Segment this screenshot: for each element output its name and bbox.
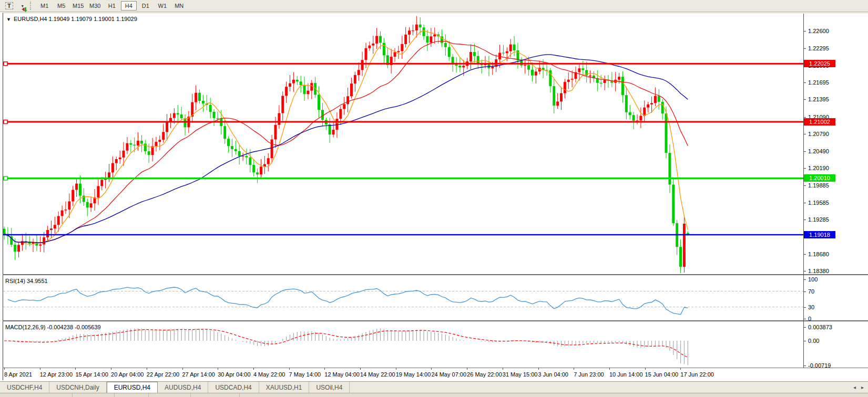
pane-divider-macd[interactable] — [3, 320, 868, 321]
arrow-objects-button[interactable]: ▾ — [17, 1, 27, 11]
price-tick — [803, 203, 806, 203]
timeframe-button-h1[interactable]: H1 — [104, 1, 120, 11]
rsi-tick — [803, 279, 806, 280]
macd-axis-label: 0.003873 — [808, 324, 832, 330]
price-axis-label: 1.18680 — [808, 251, 829, 257]
toolbar-grip — [30, 2, 33, 10]
time-axis-label: 20 Apr 04:00 — [111, 371, 144, 378]
price-tick — [803, 168, 806, 169]
price-axis-label: 1.22295 — [808, 45, 829, 51]
chart-tab-usoil-h4[interactable]: USOil,H4 — [309, 382, 350, 393]
chart-tab-usdcad-h4[interactable]: USDCAD,H4 — [208, 382, 259, 393]
price-tick — [803, 48, 806, 49]
time-axis-label: 3 Jun 04:00 — [538, 371, 569, 378]
tab-scroll-buttons: ◂ ▸ — [849, 382, 868, 393]
price-axis-label: 1.20490 — [808, 148, 829, 154]
text-tool-button[interactable]: T — [2, 1, 16, 11]
timeframe-button-m30[interactable]: M30 — [87, 1, 103, 11]
time-axis-label: 30 Apr 04:00 — [218, 371, 250, 378]
time-axis-label: 27 Apr 14:00 — [182, 371, 215, 378]
timeframe-button-m5[interactable]: M5 — [54, 1, 69, 11]
rsi-tick — [803, 307, 806, 308]
time-axis-label: 12 May 04:00 — [324, 371, 360, 378]
timeframe-button-m1[interactable]: M1 — [37, 1, 53, 11]
time-tick — [40, 368, 40, 370]
time-tick — [324, 368, 325, 370]
chart-title-text: EURUSD,H4 1.19049 1.19079 1.19001 1.1902… — [14, 16, 137, 22]
macd-tick — [803, 341, 806, 341]
timeframe-button-m15[interactable]: M15 — [70, 1, 86, 11]
time-axis-label: 19 May 14:00 — [396, 371, 431, 378]
price-tick — [803, 220, 806, 220]
rsi-axis-label: 0 — [808, 316, 811, 322]
price-tick — [803, 117, 806, 118]
time-tick — [503, 368, 503, 370]
time-tick — [396, 368, 396, 370]
status-bar — [0, 393, 868, 397]
timeframe-button-d1[interactable]: D1 — [138, 1, 154, 11]
chart-tab-usdchf-h4[interactable]: USDCHF,H4 — [0, 382, 49, 393]
status-bar-separator — [72, 393, 73, 397]
time-axis-label: 4 May 22:00 — [253, 371, 285, 378]
time-tick — [360, 368, 361, 370]
chart-menu-icon[interactable]: ▼ — [6, 17, 11, 22]
tab-scroll-left-icon[interactable]: ◂ — [853, 384, 856, 390]
price-axis-label: 1.20190 — [808, 165, 829, 171]
tab-scroll-right-icon[interactable]: ▸ — [861, 384, 864, 390]
macd-axis-label: -0.00719 — [808, 362, 831, 369]
time-tick — [574, 368, 574, 370]
chart-tab-usdcnh-daily[interactable]: USDCNH,Daily — [49, 382, 106, 393]
macd-indicator-canvas[interactable] — [3, 322, 803, 368]
support-price-label: 1.20010 — [804, 174, 835, 182]
price-chart-canvas[interactable] — [3, 14, 803, 274]
price-axis-label: 1.19585 — [808, 200, 829, 206]
price-axis-label: 1.21695 — [808, 79, 829, 86]
time-tick — [75, 368, 76, 370]
price-axis-label: 1.19885 — [808, 182, 829, 189]
timeframe-button-h4[interactable]: H4 — [121, 1, 137, 11]
chart-tab-xauusd-h1[interactable]: XAUUSD,H1 — [259, 382, 310, 393]
timeframe-button-w1[interactable]: W1 — [155, 1, 170, 11]
toolbar: T ▾ M1M5M15M30H1H4D1W1MN — [0, 0, 868, 12]
time-axis-label: 14 May 22:00 — [360, 371, 395, 378]
chart-tab-bar: USDCHF,H4USDCNH,DailyEURUSD,H4AUDUSD,H4U… — [0, 381, 868, 393]
macd-label: MACD(12,26,9) -0.004238 -0.005639 — [5, 324, 101, 330]
time-axis-label: 24 May 07:00 — [431, 371, 466, 378]
time-tick — [289, 368, 290, 370]
time-axis-label: 15 Jun 04:00 — [645, 371, 679, 378]
timeframe-button-mn[interactable]: MN — [171, 1, 187, 11]
chart-tab-audusd-h4[interactable]: AUDUSD,H4 — [158, 382, 208, 393]
text-tool-icon: T — [5, 2, 13, 9]
time-axis-label: 22 Apr 22:00 — [147, 371, 179, 378]
time-axis-label: 7 May 14:00 — [289, 371, 321, 378]
price-axis-label: 1.22600 — [808, 28, 829, 34]
rsi-axis-label: 100 — [808, 276, 818, 283]
time-axis-label: 17 Jun 22:00 — [680, 371, 714, 378]
rsi-indicator-canvas[interactable] — [3, 276, 803, 320]
macd-tick — [803, 365, 806, 366]
time-axis-label: 26 May 22:00 — [467, 371, 502, 378]
bid-price-line-price-label: 1.19018 — [804, 231, 835, 238]
chart-tab-eurusd-h4[interactable]: EURUSD,H4 — [107, 382, 158, 393]
chart-title: ▼EURUSD,H4 1.19049 1.19079 1.19001 1.190… — [6, 16, 137, 22]
time-axis-label: 7 Jun 23:00 — [574, 371, 604, 378]
rsi-axis-label: 30 — [808, 304, 814, 310]
status-bar-separator — [239, 393, 240, 397]
time-tick — [218, 368, 218, 370]
time-tick — [609, 368, 610, 370]
price-tick — [803, 99, 806, 100]
status-bar-separator — [190, 393, 191, 397]
price-axis-label: 1.20790 — [808, 131, 829, 137]
price-tick — [803, 134, 806, 134]
rsi-tick — [803, 291, 806, 292]
price-axis-label: 1.18380 — [808, 268, 829, 274]
macd-axis-label: 0.00 — [808, 338, 819, 344]
time-axis-label: 10 Jun 14:00 — [609, 371, 643, 378]
time-tick — [538, 368, 539, 370]
price-tick — [803, 82, 806, 83]
price-tick — [803, 254, 806, 255]
time-axis-label: 15 Apr 14:00 — [75, 371, 108, 378]
price-axis-label: 1.21395 — [808, 96, 829, 102]
time-tick — [645, 368, 646, 370]
pane-divider-rsi[interactable] — [3, 274, 868, 275]
